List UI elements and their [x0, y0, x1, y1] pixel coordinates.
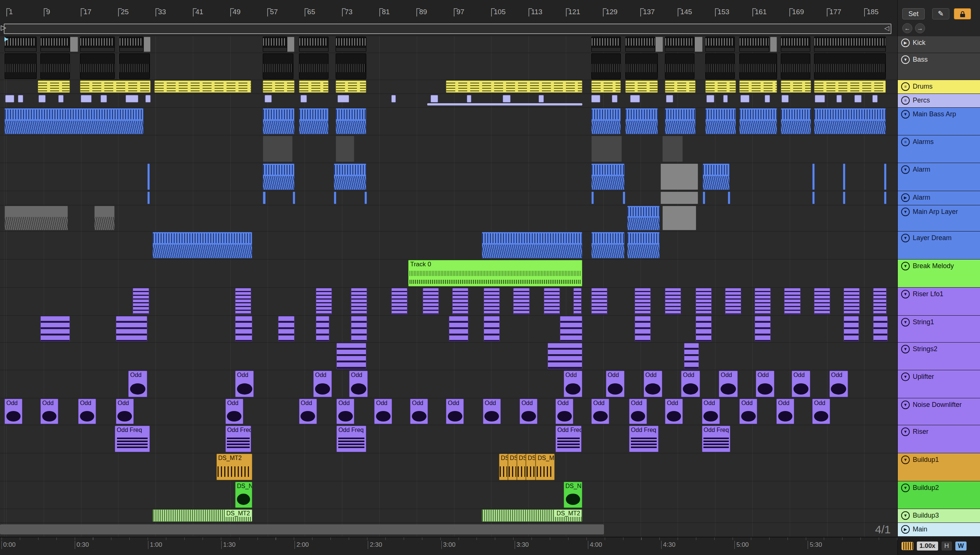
clip[interactable]: [812, 164, 815, 190]
clip[interactable]: Odd: [225, 399, 243, 424]
clip[interactable]: [482, 232, 582, 258]
track-row-bass[interactable]: [0, 53, 897, 80]
clip[interactable]: [781, 53, 810, 79]
clip[interactable]: [705, 108, 736, 134]
track-row-buildup2[interactable]: DS_NDS_N: [0, 481, 897, 509]
clip[interactable]: [739, 80, 777, 93]
clip[interactable]: [573, 288, 582, 314]
clip[interactable]: [765, 95, 770, 103]
clip[interactable]: [873, 316, 887, 342]
clip[interactable]: [147, 164, 150, 190]
track-header-alarms[interactable]: ≡Alarms: [898, 135, 980, 163]
track-fold-icon[interactable]: ▼: [901, 234, 910, 242]
clip[interactable]: [5, 108, 144, 134]
clip[interactable]: [299, 80, 329, 93]
clip[interactable]: Odd: [776, 399, 794, 424]
clip[interactable]: [635, 288, 651, 314]
clip[interactable]: DS_N: [235, 482, 252, 508]
w-toggle-button[interactable]: W: [955, 542, 967, 550]
track-fold-icon[interactable]: ▼: [901, 262, 910, 270]
track-row-percs[interactable]: [0, 94, 897, 108]
clip[interactable]: [843, 164, 846, 190]
track-row-main-bass-arp[interactable]: [0, 108, 897, 135]
clip[interactable]: [635, 316, 651, 342]
clip[interactable]: [38, 95, 46, 103]
clip[interactable]: [707, 95, 715, 103]
track-fold-icon[interactable]: ▼: [901, 55, 910, 64]
clip[interactable]: [666, 95, 673, 103]
clip[interactable]: [665, 288, 681, 314]
clip[interactable]: [695, 288, 711, 314]
clip[interactable]: [235, 316, 252, 342]
draw-mode-button[interactable]: ✎: [932, 8, 950, 19]
clip[interactable]: [781, 80, 811, 93]
clip[interactable]: [660, 191, 698, 204]
clip[interactable]: Odd: [313, 371, 332, 397]
clip[interactable]: [287, 37, 294, 52]
track-row-drums[interactable]: [0, 80, 897, 94]
clip[interactable]: [625, 37, 655, 52]
clip[interactable]: [627, 206, 659, 230]
track-play-icon[interactable]: ▶: [901, 193, 910, 202]
clip[interactable]: [336, 343, 366, 369]
clip[interactable]: [126, 95, 138, 103]
track-header-alarm-2[interactable]: ▶Alarm: [898, 191, 980, 205]
clip[interactable]: DS_MT2: [152, 509, 252, 522]
clip[interactable]: [452, 288, 468, 314]
clip[interactable]: [235, 288, 251, 314]
clip[interactable]: [94, 206, 115, 230]
clip[interactable]: [591, 136, 622, 162]
clip[interactable]: [5, 95, 14, 103]
time-ruler[interactable]: 0:000:301:001:302:002:303:003:304:004:30…: [0, 537, 897, 555]
clip[interactable]: [351, 288, 367, 314]
clip[interactable]: [627, 232, 659, 258]
clip[interactable]: [740, 95, 750, 103]
clip[interactable]: [739, 37, 769, 52]
clip[interactable]: Odd: [5, 399, 22, 424]
clip[interactable]: [872, 95, 878, 103]
clip[interactable]: Odd: [349, 371, 368, 397]
track-fold-icon[interactable]: ▼: [901, 511, 910, 520]
track-row-buildup3[interactable]: DS_MT2DS_MT2: [0, 509, 897, 523]
clip[interactable]: Odd: [483, 399, 501, 424]
clip[interactable]: Odd: [116, 399, 134, 424]
clip[interactable]: [144, 37, 150, 52]
clip[interactable]: [630, 95, 640, 103]
track-header-buildup3[interactable]: ▼Buildup3: [898, 509, 980, 523]
track-row-alarms[interactable]: [0, 135, 897, 163]
track-header-strings2[interactable]: ▼Strings2: [898, 343, 980, 370]
clip[interactable]: Odd: [555, 399, 573, 424]
clip[interactable]: [81, 95, 91, 103]
track-fold-icon[interactable]: ▼: [901, 318, 910, 327]
clip[interactable]: Odd: [606, 371, 625, 397]
clip[interactable]: Odd: [410, 399, 428, 424]
track-play-icon[interactable]: ▶: [901, 525, 910, 534]
clip[interactable]: [884, 164, 887, 190]
clip[interactable]: [133, 288, 149, 314]
clip[interactable]: DS_MT2: [482, 509, 582, 522]
track-header-buildup2[interactable]: ▼Buildup2: [898, 481, 980, 509]
midi-keyboard-icon[interactable]: [902, 542, 913, 550]
track-header-riser[interactable]: ▼Riser: [898, 425, 980, 453]
track-header-bass[interactable]: ▼Bass: [898, 53, 980, 80]
clip[interactable]: [591, 232, 625, 258]
clip[interactable]: [336, 108, 366, 134]
clip[interactable]: [265, 95, 272, 103]
clip[interactable]: [391, 95, 396, 103]
clip[interactable]: [263, 108, 294, 134]
track-row-riser-lfo1[interactable]: [0, 287, 897, 316]
clip[interactable]: [263, 136, 292, 162]
clip[interactable]: [467, 95, 471, 103]
clip[interactable]: [844, 288, 860, 314]
track-row-riser[interactable]: Odd FreqOdd FreqOdd FreqOdd FreqOdd Freq…: [0, 425, 897, 453]
track-row-layer-dream[interactable]: [0, 231, 897, 260]
clip[interactable]: Odd: [591, 399, 609, 424]
clip[interactable]: Odd: [40, 399, 58, 424]
clip[interactable]: [336, 53, 366, 79]
clip[interactable]: [612, 95, 617, 103]
clip[interactable]: Odd: [756, 371, 774, 397]
clip[interactable]: [814, 53, 886, 79]
clip[interactable]: DS: [526, 454, 536, 480]
clip[interactable]: Odd: [719, 371, 737, 397]
clip[interactable]: [739, 53, 777, 79]
